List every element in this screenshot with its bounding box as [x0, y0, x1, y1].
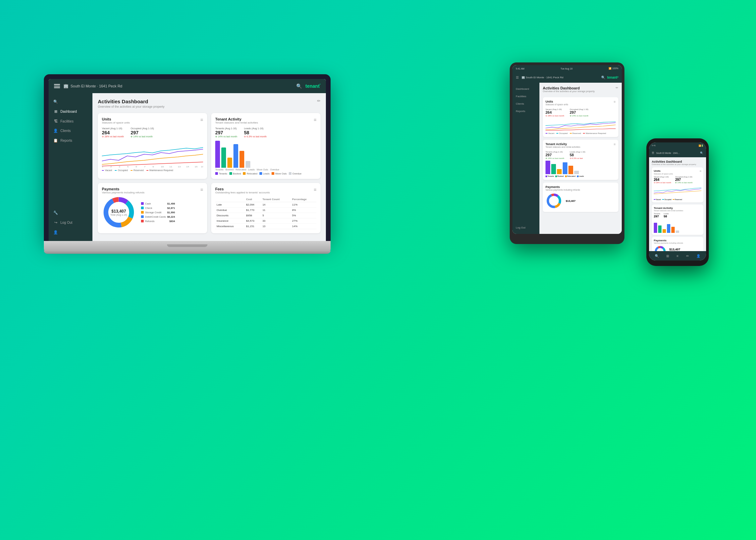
tenant-card-title: Tenant Activity: [215, 117, 258, 121]
payments-card-subtitle: Various payments including refunds: [102, 191, 144, 194]
tablet-tenant-bar-chart: [545, 161, 616, 174]
menu-icon[interactable]: [54, 84, 60, 88]
payments-card-menu[interactable]: ≡: [200, 187, 203, 192]
tablet-sidebar-dashboard[interactable]: Dashboard: [512, 85, 539, 92]
sidebar-item-dashboard[interactable]: ⊞ Dashboard: [49, 107, 92, 116]
topbar-left: 🏢 South El Monte · 1641 Peck Rd: [54, 84, 292, 88]
tablet-payments-card: Payments Various payments including refu…: [543, 183, 618, 212]
building-icon: 🏢: [63, 84, 68, 88]
page-subtitle: Overview of the activities at your stora…: [98, 105, 165, 108]
table-row: Insurance $4,573 33 27%: [215, 218, 316, 224]
search-icon: 🔍: [53, 100, 58, 104]
phone-menu-icon[interactable]: ☰: [652, 152, 654, 155]
units-vacant-stat: Vacant (Aug 1-16) 264 ⊖ 28% vs last mont…: [102, 127, 124, 138]
tablet-screen: 5:41 AM Tue Aug 16 📶 100% ☰ 🏢 South El M…: [512, 65, 622, 234]
fees-card-subtitle: Outstanding fees applied to tenants' acc…: [215, 191, 270, 194]
bar-booked: [221, 147, 226, 168]
legend-vacant: Vacant: [102, 169, 112, 171]
legend-maintenance: Maintenance Required: [146, 169, 173, 171]
tablet-location: 🏢 South El Monte · 1641 Peck Rd: [522, 76, 563, 79]
payments-card: Payments Various payments including refu…: [98, 183, 207, 233]
payments-card-title: Payments: [102, 187, 144, 191]
tablet-search-icon[interactable]: 🔍: [601, 76, 605, 79]
payments-card-header: Payments Various payments including refu…: [102, 187, 203, 194]
units-title-block: Units Statuses of space units: [102, 117, 130, 124]
search-icon[interactable]: 🔍: [296, 83, 302, 89]
dashboard-icon: ⊞: [53, 109, 58, 114]
phone-donut: [654, 245, 667, 251]
tablet-sidebar: Dashboard Facilities Clients Reports Log…: [512, 83, 539, 234]
tablet-device: 5:41 AM Tue Aug 16 📶 100% ☰ 🏢 South El M…: [510, 62, 624, 244]
tablet-bezel: 5:41 AM Tue Aug 16 📶 100% ☰ 🏢 South El M…: [510, 62, 624, 244]
tablet-sidebar-logout[interactable]: Log Out: [512, 224, 539, 231]
phone-location: South El Monte · 1641...: [656, 152, 680, 154]
phone-bottom-grid[interactable]: ⊞: [666, 254, 669, 258]
laptop-base: [44, 241, 331, 250]
tablet-tenant-stats: Tenants (Aug 1-16) 297 ⊕ 14% vs last mon…: [545, 151, 616, 159]
units-card-menu[interactable]: ≡: [200, 117, 203, 123]
sidebar-item-clients[interactable]: 👤 Clients: [49, 126, 92, 135]
fees-col-label: [215, 197, 245, 202]
tablet-sidebar-clients[interactable]: Clients: [512, 100, 539, 107]
phone-bottom-bar: 🔍 ⊞ ≡ ✏ 👤: [649, 251, 706, 261]
fees-card-menu[interactable]: ≡: [314, 187, 316, 192]
sidebar-item-reports[interactable]: 📋 Reports: [49, 136, 92, 145]
tablet-tenant-card: Tenant Activity Tenant statuses and rent…: [543, 140, 618, 180]
sidebar-item-settings[interactable]: 🔧: [49, 208, 92, 217]
app-body: 🔍 ⊞ Dashboard 🏗 Facilities 👤 Clients: [49, 93, 326, 241]
tenant-stats-row: Tenants (Aug 1-16) 297 ⊕ 14% vs last mon…: [215, 127, 316, 138]
tablet-tenant-menu[interactable]: ≡: [614, 142, 616, 150]
phone-bottom-settings[interactable]: ✏: [686, 254, 689, 258]
dashboard-grid: Units Statuses of space units ≡ Vacant (…: [98, 113, 320, 233]
tablet-units-menu[interactable]: ≡: [614, 100, 616, 107]
sidebar-item-logout[interactable]: ↪ Log Out: [49, 218, 92, 227]
sidebar-item-profile[interactable]: 👤: [49, 228, 92, 237]
fees-col-pct: Percentage: [291, 197, 316, 202]
legend-reserved: Reserved: [131, 169, 144, 171]
svg-text:1: 1: [102, 166, 103, 168]
leads-stat: Leads (Aug 1-16) 58 ⊖ 6.3% vs last month: [244, 127, 267, 138]
fees-card-title: Fees: [215, 187, 270, 191]
units-stats-row: Vacant (Aug 1-16) 264 ⊖ 28% vs last mont…: [102, 127, 203, 138]
donut-chart: $13,407 Total (Aug 1-16): [102, 195, 136, 229]
tablet-brand: tenant²: [607, 76, 618, 79]
brand-logo: tenant²: [305, 83, 320, 89]
phone-page-title: Activities Dashboard: [652, 160, 703, 163]
phone-page-subtitle: Overview of the activities at your stora…: [652, 163, 703, 165]
phone-main: Activities Dashboard Overview of the act…: [649, 157, 706, 251]
laptop-bezel: 🏢 South El Monte · 1641 Peck Rd 🔍 tenant…: [44, 74, 331, 241]
fees-title-block: Fees Outstanding fees applied to tenants…: [215, 187, 270, 194]
fees-card-header: Fees Outstanding fees applied to tenants…: [215, 187, 316, 194]
phone-tenant-bar-chart: [654, 219, 701, 233]
phone-topbar: ☰ South El Monte · 1641... 🔍: [649, 148, 706, 157]
tenant-activity-header: Tenant Activity Tenant statuses and rent…: [215, 117, 316, 124]
main-content: Activities Dashboard Overview of the act…: [92, 93, 326, 241]
tablet-sidebar-facilities[interactable]: Facilities: [512, 93, 539, 100]
tenant-bar-legend: Tenants Booked Relocated Leads: [215, 172, 316, 175]
fees-col-cost: Cost: [245, 197, 261, 202]
laptop-screen: 🏢 South El Monte · 1641 Peck Rd 🔍 tenant…: [49, 79, 326, 241]
phone-bottom-list[interactable]: ≡: [677, 254, 679, 258]
app-topbar: 🏢 South El Monte · 1641 Peck Rd 🔍 tenant…: [49, 79, 326, 93]
payments-legend: Cash $1,498 Check $2,871: [141, 202, 175, 223]
units-chart-legend: Vacant Occupied Reserved: [102, 169, 203, 171]
tablet-sidebar-reports[interactable]: Reports: [512, 108, 539, 115]
tablet-menu-icon[interactable]: ☰: [516, 76, 519, 79]
tablet-page-subtitle: Overview of the activities at your stora…: [543, 90, 595, 92]
sidebar-bottom: 🔧 ↪ Log Out 👤: [49, 208, 92, 237]
topbar-right: 🔍 tenant²: [296, 83, 320, 89]
donut-center: $13,407 Total (Aug 1-16): [110, 209, 127, 216]
bar-moveouts: [240, 151, 244, 168]
tenant-card-menu[interactable]: ≡: [314, 117, 316, 123]
phone-bottom-search[interactable]: 🔍: [655, 254, 659, 258]
svg-text:2: 2: [110, 166, 112, 168]
phone-status-bar: 5:41 📶🔋: [649, 142, 706, 148]
edit-icon[interactable]: ✏: [317, 99, 320, 103]
sidebar-item-search[interactable]: 🔍: [49, 97, 92, 106]
phone-bottom-profile[interactable]: 👤: [696, 254, 700, 258]
tablet-edit-icon[interactable]: ✏: [616, 86, 618, 89]
units-card-title: Units: [102, 117, 130, 121]
sidebar-item-facilities[interactable]: 🏗 Facilities: [49, 117, 92, 126]
phone-search-icon[interactable]: 🔍: [700, 152, 703, 155]
phone-device: 5:41 📶🔋 ☰ South El Monte · 1641... 🔍 Act…: [646, 138, 709, 266]
